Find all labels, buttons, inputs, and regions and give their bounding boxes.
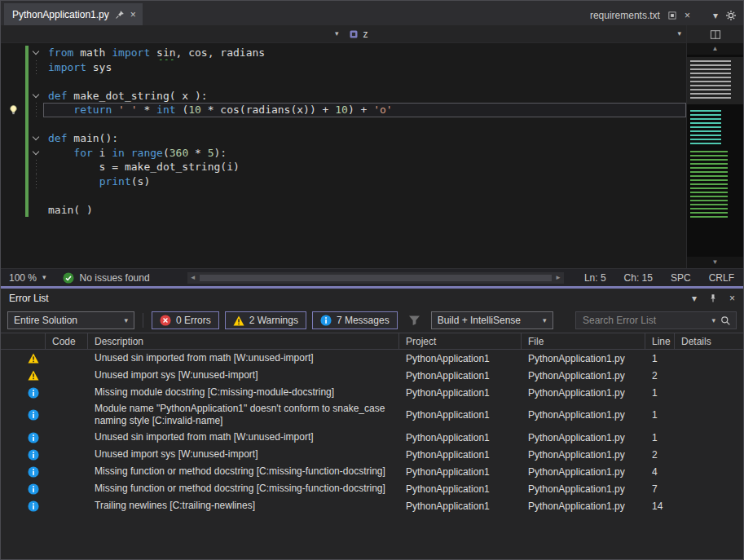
code-line[interactable]: def main(): [1,131,686,146]
code-text[interactable]: for i in range(360 * 5): [43,146,686,161]
column-header-project[interactable]: Project [399,333,522,349]
line-indicator[interactable]: Ln: 5 [575,272,615,284]
zoom-control[interactable]: 100 % ▾ [1,272,55,284]
code-text[interactable] [43,74,686,89]
cell-line: 4 [645,465,675,479]
error-row[interactable]: Missing function or method docstring [C:… [1,463,743,480]
code-text[interactable]: s = make_dot_string(i) [43,160,686,174]
error-row[interactable]: Missing module docstring [C:missing-modu… [1,384,743,401]
scroll-right-icon[interactable]: ► [552,274,564,281]
error-row[interactable]: Unused import sys [W:unused-import]Pytho… [1,367,743,384]
pin-icon[interactable] [115,10,125,20]
column-header-details[interactable]: Details [675,333,743,349]
code-text[interactable] [43,188,686,203]
close-icon[interactable]: × [685,11,690,20]
scroll-left-icon[interactable]: ◄ [187,274,199,281]
code-text[interactable]: def main(): [43,131,686,146]
fold-margin[interactable] [29,46,43,60]
editor-status-bar: 100 % ▾ No issues found ◄ ► Ln: 5 Ch: 15… [1,268,743,286]
messages-toggle[interactable]: 7 Messages [312,311,398,329]
fold-margin[interactable] [29,131,43,146]
column-header-severity[interactable] [1,333,46,349]
error-row[interactable]: Missing function or method docstring [C:… [1,480,743,497]
scrollbar-thumb[interactable] [200,275,552,281]
code-line[interactable]: for i in range(360 * 5): [1,146,686,161]
code-line[interactable]: s = make_dot_string(i) [1,160,686,174]
info-icon [28,466,39,478]
code-line[interactable]: return ' ' * int (10 * cos(radians(x)) +… [1,103,686,117]
glyph-margin[interactable] [1,103,25,117]
code-line[interactable]: def make_dot_string( x ): [1,89,686,104]
code-editor[interactable]: from math import sin, cos, radiansimport… [1,43,686,268]
code-text[interactable] [43,117,686,132]
search-icon[interactable] [720,315,731,326]
search-input[interactable] [583,315,707,326]
code-text[interactable]: print(s) [43,174,686,189]
glyph-margin [1,146,25,161]
errors-toggle[interactable]: 0 Errors [152,311,219,329]
column-header-file[interactable]: File [522,333,645,349]
collapse-chevron-icon[interactable] [33,48,39,55]
error-row[interactable]: Trailing newlines [C:trailing-newlines]P… [1,497,743,514]
gear-icon[interactable] [725,10,737,21]
split-editor-button[interactable] [687,25,743,43]
filter-icon[interactable] [408,315,420,326]
column-indicator[interactable]: Ch: 15 [615,272,662,284]
error-row[interactable]: Unused sin imported from math [W:unused-… [1,350,743,367]
error-row[interactable]: Module name "PythonApplication1" doesn't… [1,401,743,429]
column-header-line[interactable]: Line [645,333,675,349]
column-header-code[interactable]: Code [46,333,88,349]
line-ending-indicator[interactable]: CRLF [700,272,743,284]
code-text[interactable]: return ' ' * int (10 * cos(radians(x)) +… [43,103,686,117]
promote-tab-icon[interactable] [667,11,677,20]
cell-project: PythonApplication1 [399,351,522,366]
code-line[interactable] [1,74,686,89]
code-line[interactable]: from math import sin, cos, radians [1,46,686,60]
cell-line: 2 [645,368,675,383]
cell-description: Missing function or method docstring [C:… [88,481,399,496]
tab-pythonapplication1[interactable]: PythonApplication1.py × [4,3,143,25]
chevron-down-icon[interactable]: ▾ [711,317,715,324]
code-text[interactable]: import sys [43,60,686,75]
collapse-chevron-icon[interactable] [33,134,39,140]
chevron-down-icon[interactable]: ▾ [713,11,718,20]
type-dropdown[interactable]: ▾ [1,25,344,42]
cell-file: PythonApplication1.py [522,430,645,445]
error-row[interactable]: Unused sin imported from math [W:unused-… [1,429,743,446]
fold-margin[interactable] [29,89,43,104]
scroll-up-icon[interactable]: ▲ [687,43,743,55]
window-position-icon[interactable]: ▾ [692,293,697,303]
code-text[interactable]: from math import sin, cos, radians [43,46,686,60]
cell-details [675,391,743,395]
code-text[interactable]: main( ) [43,203,686,218]
warnings-toggle[interactable]: 2 Warnings [225,311,306,329]
code-text[interactable]: def make_dot_string( x ): [43,89,686,104]
code-line[interactable]: print(s) [1,174,686,189]
tab-requirements[interactable]: requirements.txt [590,10,660,21]
code-line[interactable] [1,117,686,132]
cell-file: PythonApplication1.py [522,499,645,514]
error-row[interactable]: Unused import sys [W:unused-import]Pytho… [1,446,743,463]
horizontal-scrollbar[interactable]: ◄ ► [187,272,564,284]
lightbulb-icon [8,104,19,116]
cell-code [46,374,88,377]
warning-icon [1,368,46,382]
close-icon[interactable]: × [729,293,735,303]
pin-icon[interactable] [708,293,718,303]
collapse-chevron-icon[interactable] [33,148,39,154]
toolbar-separator [143,313,143,328]
minimap[interactable] [687,55,743,257]
issues-indicator[interactable]: No issues found [55,272,158,284]
close-icon[interactable]: × [130,10,136,20]
collapse-chevron-icon[interactable] [33,90,39,97]
member-dropdown[interactable]: z ▾ [344,25,687,42]
code-line[interactable]: import sys [1,60,686,75]
code-line[interactable] [1,188,686,203]
scroll-down-icon[interactable]: ▼ [687,257,743,268]
code-line[interactable]: main( ) [1,203,686,218]
spaces-indicator[interactable]: SPC [662,272,700,284]
scope-filter-dropdown[interactable]: Entire Solution ▾ [7,311,134,329]
fold-margin[interactable] [29,146,43,161]
source-filter-dropdown[interactable]: Build + IntelliSense ▾ [431,311,553,329]
column-header-description[interactable]: Description [88,333,399,349]
